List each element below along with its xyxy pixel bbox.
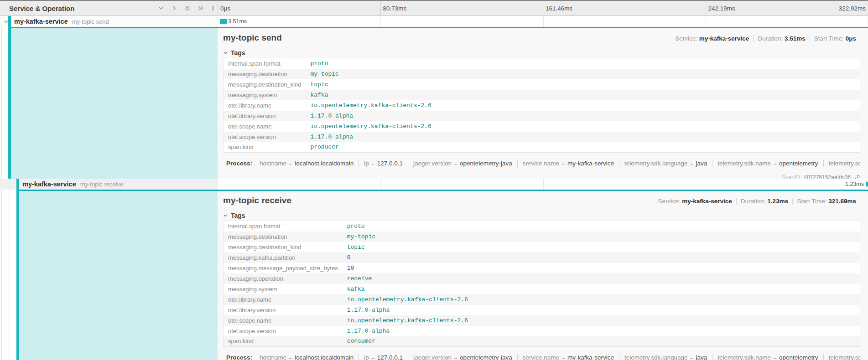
tags-section-title: Tags [231, 49, 245, 57]
service-operation-header: Service & Operation [0, 1, 218, 15]
tag-key: internal.span.format [223, 58, 306, 69]
service-color-bar [8, 16, 11, 27]
tag-row: messaging.message_payload_size_bytes 10 [223, 263, 860, 273]
service-operation-title: Service & Operation [9, 5, 74, 12]
tags-accordion-toggle[interactable]: Tags [223, 212, 860, 219]
process-tag: service.name=my-kafka-service [517, 160, 619, 167]
tag-row: messaging.destination my-topic [223, 231, 860, 242]
expand-one-icon[interactable] [171, 5, 177, 11]
chevron-down-icon [223, 51, 228, 55]
expand-all-icon[interactable] [198, 5, 204, 11]
service-name: my-kafka-service [22, 180, 76, 188]
tag-value: proto [347, 223, 365, 230]
tick-label-4-wrap: 322.92ms [837, 1, 866, 15]
tag-value: 0 [347, 254, 351, 261]
tag-key: otel.scope.name [223, 121, 306, 132]
tag-value: 1.17.0-alpha [310, 113, 353, 119]
span-row-send[interactable]: my-kafka-service my-topic send 3.51ms [0, 16, 868, 27]
span-name-cell-receive[interactable]: my-kafka-service my-topic receive [0, 179, 218, 190]
tag-row: messaging.destination_kind topic [223, 79, 860, 90]
tags-section-title: Tags [231, 212, 245, 219]
process-tag: telemetry.sdk.version=1.17.0 [823, 160, 861, 167]
process-tag: telemetry.sdk.language=java [619, 354, 712, 360]
tag-value: kafka [347, 286, 365, 293]
operation-name: my-topic send [72, 18, 109, 25]
tag-value: io.opentelemetry.kafka-clients-2.6 [310, 123, 431, 130]
span-tree-guide [10, 190, 10, 360]
tag-key: internal.span.format [223, 221, 343, 231]
column-resizer-handle[interactable] [212, 6, 214, 11]
span-overview: Service: my-kafka-service Duration: 1.23… [654, 198, 860, 205]
process-tag: ip=127.0.0.1 [359, 160, 408, 167]
collapse-one-icon[interactable] [158, 5, 164, 11]
tag-value: 1.17.0-alpha [347, 307, 390, 314]
tick-cell: 80.73ms [380, 1, 543, 15]
process-tag: hostname=localhost.localdomain [255, 354, 359, 360]
process-label: Process: [226, 354, 252, 360]
tag-row: otel.scope.name io.opentelemetry.kafka-c… [223, 121, 860, 132]
tag-row: messaging.system kafka [223, 284, 860, 294]
process-tag: telemetry.sdk.name=opentelemetry [712, 160, 823, 167]
span-bar-cell-send[interactable]: 3.51ms [218, 16, 868, 27]
copy-link-icon[interactable] [854, 175, 860, 179]
span-detail-gutter [0, 190, 218, 360]
span-duration-bar[interactable] [220, 19, 227, 24]
chevron-down-icon [223, 213, 228, 218]
span-debug-info: SpanID: 407276152aafdc36 [223, 172, 860, 179]
timeline-header: Service & Operation 0μs 80.73ms 161 [0, 1, 868, 16]
timeline-ruler: 0μs 80.73ms 161.46ms 242.19ms 322.92ms [218, 1, 868, 15]
tick-label-2: 161.46ms [543, 5, 572, 12]
tick-label-3: 242.19ms [706, 5, 735, 12]
trace-timeline-view: Service & Operation 0μs 80.73ms 161 [0, 0, 868, 360]
tags-accordion-toggle[interactable]: Tags [223, 49, 860, 57]
tag-row: otel.library.version 1.17.0-alpha [223, 111, 860, 121]
span-duration-bar[interactable] [866, 182, 868, 187]
span-name-cell-send[interactable]: my-kafka-service my-topic send [0, 16, 218, 27]
process-tag: jaeger.version=opentelemetry-java [408, 354, 517, 360]
span-detail-content: my-topic send Service: my-kafka-service … [218, 27, 868, 179]
process-accordion-toggle[interactable]: Process: hostname=localhost.localdomain … [223, 160, 860, 167]
tag-key: otel.library.version [223, 305, 343, 315]
tag-key: messaging.system [223, 284, 343, 294]
tag-row: messaging.destination_kind topic [223, 242, 860, 252]
tag-row: internal.span.format proto [223, 58, 860, 69]
tag-row: otel.scope.version 1.17.0-alpha [223, 132, 860, 142]
tag-key: span.kind [223, 336, 343, 347]
span-bar-cell-receive[interactable]: 1.23ms [218, 179, 868, 190]
tick-label-4: 322.92ms [837, 5, 866, 12]
detail-highlight-fill [11, 27, 218, 179]
span-detail-title: my-topic send [223, 33, 282, 43]
span-detail-send: my-topic send Service: my-kafka-service … [0, 27, 868, 179]
tag-value: my-topic [310, 71, 338, 77]
tag-value: 10 [347, 265, 354, 272]
process-tag: telemetry.sdk.language=java [619, 160, 712, 167]
tag-key: otel.scope.version [223, 132, 306, 142]
tags-table: internal.span.format proto messaging.des… [223, 221, 860, 347]
span-duration-label: 3.51ms [228, 18, 247, 25]
service-name: my-kafka-service [14, 18, 68, 25]
tag-key: messaging.kafka.partition [223, 252, 343, 263]
tag-key: messaging.destination [223, 231, 343, 242]
tag-row: otel.library.version 1.17.0-alpha [223, 305, 860, 315]
tag-key: otel.scope.name [223, 315, 343, 326]
tick-cell: 0μs [218, 1, 380, 15]
tag-row: messaging.destination my-topic [223, 69, 860, 79]
process-tag: telemetry.sdk.name=opentelemetry [712, 354, 823, 360]
span-row-receive[interactable]: my-kafka-service my-topic receive 1.23ms [0, 179, 868, 190]
tag-key: otel.scope.version [223, 326, 343, 336]
tag-row: otel.library.name io.opentelemetry.kafka… [223, 100, 860, 111]
span-overview: Service: my-kafka-service Duration: 3.51… [671, 35, 860, 42]
process-accordion-toggle[interactable]: Process: hostname=localhost.localdomain … [223, 354, 860, 360]
tag-row: otel.scope.version 1.17.0-alpha [223, 326, 860, 336]
tag-value: 1.17.0-alpha [310, 134, 353, 140]
tag-row: messaging.operation receive [223, 273, 860, 284]
detail-highlight-fill [19, 190, 218, 360]
tag-value: kafka [310, 92, 328, 98]
tag-value: receive [347, 275, 372, 282]
tag-value: topic [347, 244, 365, 251]
span-duration-label: 1.23ms [845, 181, 864, 187]
collapse-all-icon[interactable] [184, 5, 191, 11]
span-tree-guide [10, 179, 10, 190]
tick-cell: 161.46ms [543, 1, 706, 15]
tag-value: topic [310, 81, 328, 88]
